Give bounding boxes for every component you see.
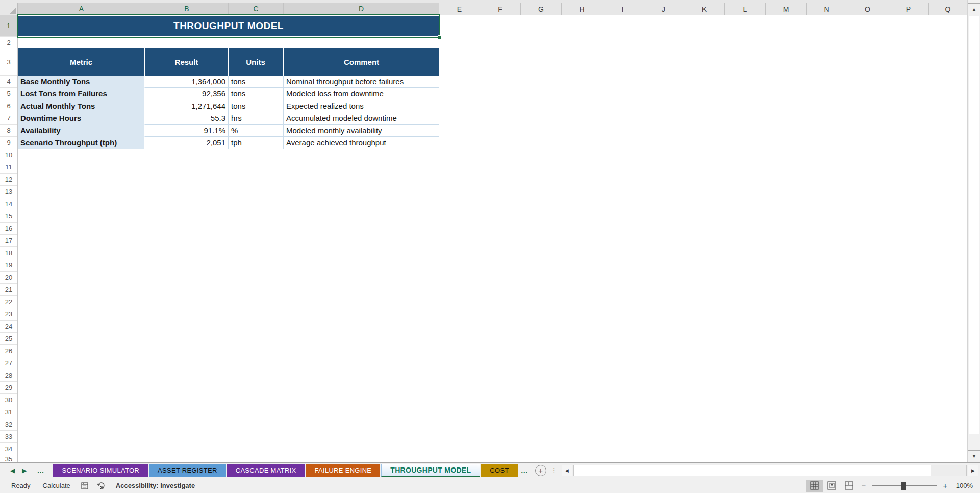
zoom-level[interactable]: 100%	[951, 482, 975, 489]
row-header[interactable]: 3	[0, 48, 17, 76]
row-header[interactable]: 29	[0, 382, 17, 394]
select-all-button[interactable]	[0, 3, 18, 15]
row-header[interactable]: 20	[0, 272, 17, 284]
tab-bar-menu-icon[interactable]: ⋮	[550, 466, 558, 474]
column-header[interactable]: O	[847, 3, 888, 15]
row-header[interactable]: 18	[0, 247, 17, 259]
row-header[interactable]: 21	[0, 284, 17, 296]
row-header[interactable]: 16	[0, 223, 17, 235]
row-header[interactable]: 19	[0, 259, 17, 272]
cell-result[interactable]: 2,051	[145, 137, 229, 149]
row-header[interactable]: 25	[0, 333, 17, 345]
sheet-tab[interactable]: FAILURE ENGINE	[306, 464, 381, 477]
row-header[interactable]: 10	[0, 149, 17, 161]
row-header[interactable]: 4	[0, 76, 17, 88]
sheet-tab[interactable]: CASCADE MATRIX	[227, 464, 305, 477]
cell-units[interactable]: %	[229, 125, 284, 137]
row-header[interactable]: 33	[0, 431, 17, 443]
column-header[interactable]: E	[439, 3, 480, 15]
row-header[interactable]: 17	[0, 235, 17, 247]
scroll-left-icon[interactable]: ◀	[562, 465, 572, 476]
fill-handle[interactable]	[438, 35, 442, 39]
cell-units[interactable]: tons	[229, 100, 284, 112]
row-header[interactable]: 13	[0, 186, 17, 198]
header-result[interactable]: Result	[145, 48, 229, 76]
horizontal-scrollbar-thumb[interactable]	[574, 465, 931, 476]
accessibility-status[interactable]: Accessibility: Investigate	[110, 482, 201, 489]
prev-sheet-icon[interactable]: ◀	[10, 467, 15, 474]
tab-overflow-right[interactable]: …	[518, 466, 531, 475]
column-header[interactable]: P	[888, 3, 929, 15]
cell-units[interactable]: tph	[229, 137, 284, 149]
row-header[interactable]: 31	[0, 406, 17, 418]
column-header[interactable]: J	[643, 3, 684, 15]
cell-result[interactable]: 91.1%	[145, 125, 229, 137]
column-header[interactable]: A	[18, 3, 145, 15]
cell-comment[interactable]: Average achieved throughput	[284, 137, 439, 149]
row-header[interactable]: 22	[0, 296, 17, 308]
header-units[interactable]: Units	[229, 48, 284, 76]
calculate-status[interactable]: Calculate	[37, 482, 77, 489]
column-header[interactable]: Q	[929, 3, 967, 15]
cell-metric[interactable]: Lost Tons from Failures	[18, 88, 145, 100]
cell-comment[interactable]: Nominal throughput before failures	[284, 76, 439, 88]
row-header[interactable]: 1	[0, 15, 18, 37]
cell-comment[interactable]: Expected realized tons	[284, 100, 439, 112]
row-header[interactable]: 30	[0, 394, 17, 406]
page-layout-view-button[interactable]	[823, 480, 840, 492]
cell-units[interactable]: tons	[229, 76, 284, 88]
zoom-slider[interactable]	[872, 481, 937, 490]
row-header[interactable]: 14	[0, 198, 17, 210]
header-metric[interactable]: Metric	[18, 48, 145, 76]
column-header[interactable]: M	[766, 3, 807, 15]
column-header[interactable]: C	[229, 3, 284, 15]
column-header[interactable]: N	[807, 3, 847, 15]
column-header[interactable]: B	[145, 3, 229, 15]
title-banner-cell[interactable]: THROUGHPUT MODEL	[18, 16, 439, 36]
horizontal-scrollbar[interactable]: ◀ ▶	[562, 464, 978, 477]
row-header[interactable]: 8	[0, 125, 17, 137]
row-header[interactable]: 9	[0, 137, 17, 149]
row-header[interactable]: 32	[0, 418, 17, 431]
row-header[interactable]: 34	[0, 443, 17, 455]
page-break-preview-button[interactable]	[840, 480, 858, 492]
row-header[interactable]: 24	[0, 321, 17, 333]
next-sheet-icon[interactable]: ▶	[22, 467, 27, 474]
row-header[interactable]: 6	[0, 100, 17, 112]
row-header[interactable]: 5	[0, 88, 17, 100]
vertical-scrollbar[interactable]: ▲ ▼	[967, 0, 980, 462]
header-comment[interactable]: Comment	[284, 48, 439, 76]
row-header[interactable]: 7	[0, 112, 17, 125]
column-header[interactable]: H	[562, 3, 602, 15]
cell-units[interactable]: hrs	[229, 112, 284, 125]
scroll-right-icon[interactable]: ▶	[968, 465, 978, 476]
macro-record-icon[interactable]	[81, 482, 89, 490]
tab-overflow-left[interactable]: …	[34, 466, 47, 475]
horizontal-scrollbar-track[interactable]	[573, 465, 967, 476]
cells-area[interactable]: THROUGHPUT MODEL Metric Result Units Com…	[18, 15, 980, 462]
column-header[interactable]: I	[602, 3, 643, 15]
row-header[interactable]: 2	[0, 37, 17, 48]
scroll-down-icon[interactable]: ▼	[968, 450, 980, 462]
row-header[interactable]: 12	[0, 174, 17, 186]
new-sheet-button[interactable]: +	[535, 465, 546, 476]
sheet-tab[interactable]: THROUGHPUT MODEL	[381, 464, 480, 477]
cell-metric[interactable]: Scenario Throughput (tph)	[18, 137, 145, 149]
row-header[interactable]: 11	[0, 161, 17, 174]
column-header[interactable]: K	[684, 3, 725, 15]
row-header[interactable]: 23	[0, 308, 17, 321]
cell-metric[interactable]: Availability	[18, 125, 145, 137]
sheet-tab[interactable]: ASSET REGISTER	[149, 464, 226, 477]
normal-view-button[interactable]	[806, 480, 823, 492]
zoom-in-icon[interactable]: +	[939, 481, 951, 490]
cell-comment[interactable]: Modeled monthly availability	[284, 125, 439, 137]
cell-units[interactable]: tons	[229, 88, 284, 100]
column-header[interactable]: F	[480, 3, 521, 15]
cell-metric[interactable]: Downtime Hours	[18, 112, 145, 125]
column-header[interactable]: D	[284, 3, 439, 15]
cell-comment[interactable]: Modeled loss from downtime	[284, 88, 439, 100]
column-header[interactable]: G	[521, 3, 562, 15]
cell-result[interactable]: 55.3	[145, 112, 229, 125]
zoom-out-icon[interactable]: −	[858, 481, 870, 490]
cell-comment[interactable]: Accumulated modeled downtime	[284, 112, 439, 125]
